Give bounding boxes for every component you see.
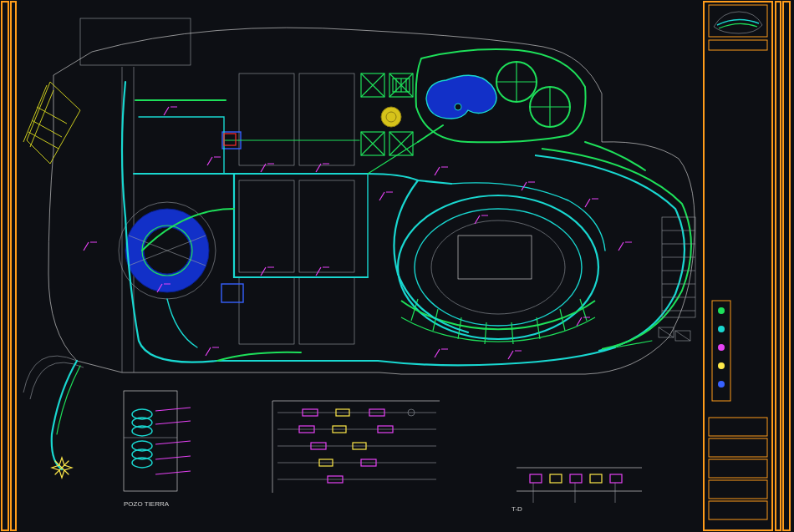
svg-point-15 — [718, 344, 725, 351]
svg-point-17 — [718, 381, 725, 388]
svg-line-66 — [675, 331, 690, 341]
svg-line-49 — [458, 317, 461, 339]
svg-line-52 — [537, 317, 540, 339]
cad-model-space[interactable]: { "colors":{ "frame":"#ff9c1a","green":"… — [0, 0, 794, 532]
svg-line-78 — [155, 456, 191, 459]
svg-line-75 — [155, 408, 191, 411]
svg-rect-19 — [299, 73, 354, 165]
titleblock — [704, 2, 772, 530]
pool-area — [361, 49, 586, 155]
svg-rect-10 — [709, 480, 767, 499]
svg-point-14 — [718, 326, 725, 332]
svg-text:POZO TIERRA: POZO TIERRA — [124, 500, 170, 508]
svg-rect-104 — [570, 474, 582, 483]
svg-rect-105 — [590, 474, 602, 483]
detail-pozo-tierra: POZO TIERRA — [124, 391, 191, 508]
amphitheatre — [398, 149, 695, 351]
legend — [712, 301, 730, 401]
svg-rect-22 — [239, 277, 294, 344]
svg-rect-103 — [550, 474, 562, 483]
svg-rect-1 — [11, 2, 16, 530]
svg-rect-4 — [704, 2, 772, 530]
panel-box-2 — [221, 284, 243, 302]
svg-rect-7 — [709, 418, 767, 436]
magenta-fixtures — [84, 107, 632, 359]
svg-point-46 — [431, 220, 565, 314]
red-callout — [224, 134, 236, 145]
svg-rect-2 — [776, 2, 781, 530]
svg-line-77 — [155, 441, 191, 444]
svg-point-16 — [718, 362, 725, 369]
svg-rect-67 — [124, 391, 177, 491]
svg-rect-18 — [239, 73, 294, 165]
svg-rect-20 — [239, 180, 294, 272]
svg-rect-102 — [530, 474, 542, 483]
svg-rect-106 — [610, 474, 622, 483]
svg-rect-6 — [709, 40, 767, 50]
svg-line-53 — [560, 309, 565, 331]
svg-rect-3 — [783, 2, 790, 530]
svg-line-76 — [155, 421, 191, 424]
svg-point-26 — [455, 104, 461, 110]
svg-rect-8 — [709, 438, 767, 457]
courts — [239, 73, 354, 344]
svg-rect-11 — [709, 501, 767, 519]
svg-text:T-D: T-D — [512, 505, 522, 513]
svg-rect-23 — [299, 277, 354, 344]
svg-point-13 — [718, 307, 725, 314]
ramp-nw — [23, 82, 80, 164]
detail-td: T-D — [512, 468, 642, 513]
detail-one-line — [272, 401, 440, 493]
svg-rect-21 — [299, 180, 354, 272]
svg-rect-0 — [2, 2, 8, 530]
svg-rect-43 — [458, 236, 532, 279]
svg-point-33 — [381, 107, 401, 127]
drawing-svg: POZO TIERRA — [0, 0, 794, 532]
svg-point-44 — [398, 195, 598, 339]
site-boundary — [48, 28, 695, 374]
svg-rect-9 — [709, 459, 767, 478]
svg-point-45 — [415, 209, 582, 326]
svg-line-79 — [155, 471, 191, 474]
